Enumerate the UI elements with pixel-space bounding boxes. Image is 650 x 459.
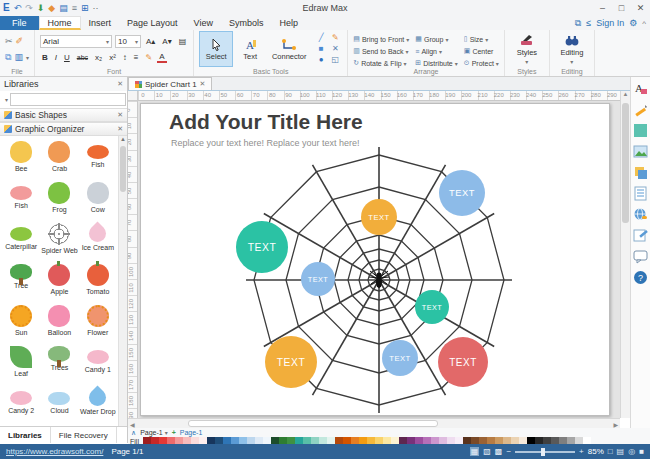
scroll-right-icon[interactable]: ▶ xyxy=(613,421,618,428)
library-shape-leaf[interactable]: Leaf xyxy=(2,344,40,385)
editing-button[interactable]: Editing ▾ xyxy=(555,31,589,67)
menu-tab-insert[interactable]: Insert xyxy=(81,16,120,30)
library-shape-bee[interactable]: Bee xyxy=(2,139,40,180)
page-dropdown[interactable]: Page-1 ▾ xyxy=(140,429,168,436)
page-tab[interactable]: Page-1 xyxy=(180,429,203,436)
copy-icon[interactable]: ⧉ xyxy=(5,52,11,62)
horizontal-scrollbar[interactable]: ◀ ▶ xyxy=(128,418,620,428)
comment-icon[interactable] xyxy=(633,249,648,264)
library-shape-apple[interactable]: Apple xyxy=(40,262,78,303)
scroll-thumb[interactable] xyxy=(188,420,438,427)
collapse-ribbon-icon[interactable]: ^ xyxy=(642,19,646,28)
redo-button[interactable]: ↷ xyxy=(25,3,33,13)
section-close-icon[interactable]: ✕ xyxy=(117,111,123,119)
select-tool-button[interactable]: Select xyxy=(199,31,233,67)
panel-tab-libraries[interactable]: Libraries xyxy=(0,427,51,443)
menu-tab-page-layout[interactable]: Page Layout xyxy=(119,16,186,30)
library-shape-crab[interactable]: Crab xyxy=(40,139,78,180)
web-node[interactable]: TEXT xyxy=(415,290,449,324)
menu-tab-symbols[interactable]: Symbols xyxy=(221,16,272,30)
undo-button[interactable]: ↶ xyxy=(14,3,22,13)
magnifier-icon[interactable]: ◎ xyxy=(628,447,635,456)
new-button[interactable]: ⬇ xyxy=(37,3,45,13)
export-window-icon[interactable]: ⧉ xyxy=(575,18,581,29)
menu-tab-help[interactable]: Help xyxy=(271,16,306,30)
library-shape-caterpillar[interactable]: Caterpillar xyxy=(2,221,40,262)
pencil-icon[interactable] xyxy=(633,102,648,117)
sign-in-link[interactable]: Sign In xyxy=(596,18,624,28)
connector-tool-button[interactable]: Connector xyxy=(267,31,311,67)
library-shape-candy-2[interactable]: Candy 2 xyxy=(2,385,40,426)
zoom-out-button[interactable]: − xyxy=(506,447,511,456)
library-shape-ice-cream[interactable]: Ice Cream xyxy=(79,221,117,262)
rectangle-tool-icon[interactable]: ■ xyxy=(319,44,324,54)
zoom-slider[interactable] xyxy=(515,451,575,453)
zoom-in-button[interactable]: + xyxy=(579,447,584,456)
arrange-align[interactable]: ≡Align▾ xyxy=(415,45,457,57)
paste-icon[interactable]: ▥ xyxy=(14,52,23,62)
library-shape-balloon[interactable]: Balloon xyxy=(40,303,78,344)
web-node[interactable]: TEXT xyxy=(361,199,397,235)
library-shape-spider-web[interactable]: Spider Web xyxy=(40,221,78,262)
library-shape-cloud[interactable]: Cloud xyxy=(40,385,78,426)
format-painter-icon[interactable]: ✐ xyxy=(16,36,24,46)
line-spacing-button[interactable]: ↕ xyxy=(121,53,129,62)
underline-button[interactable]: U xyxy=(62,53,72,62)
document-tab[interactable]: Spider Chart 1 ✕ xyxy=(128,77,212,90)
edrawsoft-link[interactable]: https://www.edrawsoft.com/ xyxy=(6,447,103,456)
web-node[interactable]: TEXT xyxy=(236,221,288,273)
menu-tab-view[interactable]: View xyxy=(186,16,221,30)
bullets-button[interactable]: ≡ xyxy=(132,53,141,62)
help-icon[interactable]: ? xyxy=(633,270,648,285)
text-tool-button[interactable]: A Text xyxy=(233,31,267,67)
library-shape-trees[interactable]: Trees xyxy=(40,344,78,385)
fit-width-icon[interactable]: ▤ xyxy=(617,447,625,456)
note-icon[interactable] xyxy=(633,186,648,201)
erase-tool-icon[interactable]: ✕ xyxy=(332,44,339,54)
library-panel-close-icon[interactable]: ✕ xyxy=(117,80,123,88)
library-shape-cow[interactable]: Cow xyxy=(79,180,117,221)
shrink-font-button[interactable]: A▾ xyxy=(160,37,173,46)
print-button[interactable]: ≡ xyxy=(72,3,77,13)
web-node[interactable]: TEXT xyxy=(438,337,488,387)
picture-icon[interactable] xyxy=(633,144,648,159)
web-node[interactable]: TEXT xyxy=(265,336,317,388)
hyperlink-icon[interactable] xyxy=(633,207,648,222)
grow-font-button[interactable]: A▴ xyxy=(144,37,157,46)
arrange-size[interactable]: ▯Size▾ xyxy=(464,33,499,45)
menu-tab-home[interactable]: Home xyxy=(39,16,81,30)
web-node[interactable]: TEXT xyxy=(382,340,418,376)
fullscreen-icon[interactable]: ■ xyxy=(639,447,644,456)
open-button[interactable]: ◆ xyxy=(48,3,55,13)
drawing-page[interactable]: Add Your Title Here Replace your text he… xyxy=(140,103,610,416)
web-node[interactable]: TEXT xyxy=(301,262,335,296)
font-size-select[interactable]: 10▾ xyxy=(115,35,141,48)
strikethrough-button[interactable]: abc xyxy=(75,54,90,61)
library-shape-sun[interactable]: Sun xyxy=(2,303,40,344)
library-section-graphic-organizer[interactable]: Graphic Organizer ✕ xyxy=(0,122,127,136)
save-button[interactable]: ▤ xyxy=(59,3,68,13)
document-tab-close-icon[interactable]: ✕ xyxy=(200,80,206,88)
crop-tool-icon[interactable]: ◱ xyxy=(331,55,339,65)
text-style-button[interactable]: ▤ xyxy=(177,37,189,46)
library-shape-water-drop[interactable]: Water Drop xyxy=(79,385,117,426)
zoom-level[interactable]: 85% xyxy=(588,447,604,456)
web-node[interactable]: TEXT xyxy=(439,170,485,216)
pen-tool-icon[interactable]: ✎ xyxy=(332,33,339,43)
zoom-slider-knob[interactable] xyxy=(541,448,545,456)
app-logo[interactable]: E xyxy=(3,3,10,13)
fit-page-icon[interactable]: □ xyxy=(608,447,613,456)
arrange-group[interactable]: ▦Group▾ xyxy=(415,33,457,45)
panel-tab-file-recovery[interactable]: File Recovery xyxy=(51,427,117,443)
minimize-button[interactable]: – xyxy=(593,3,612,13)
library-shape-fish[interactable]: Fish xyxy=(2,180,40,221)
arrange-send-to-back[interactable]: ▥Send to Back▾ xyxy=(353,45,409,57)
library-shape-tomato[interactable]: Tomato xyxy=(79,262,117,303)
file-menu-button[interactable]: File xyxy=(0,16,39,30)
cut-icon[interactable]: ✂ xyxy=(5,36,13,46)
layers-icon[interactable] xyxy=(633,165,648,180)
library-scrollbar[interactable]: ▲ xyxy=(118,136,127,426)
library-section-basic-shapes[interactable]: Basic Shapes ✕ xyxy=(0,108,127,122)
spider-web-diagram[interactable]: TEXTTEXTTEXTTEXTTEXTTEXTTEXTTEXT xyxy=(141,104,611,417)
paste-caret-icon[interactable]: ▾ xyxy=(26,54,29,61)
